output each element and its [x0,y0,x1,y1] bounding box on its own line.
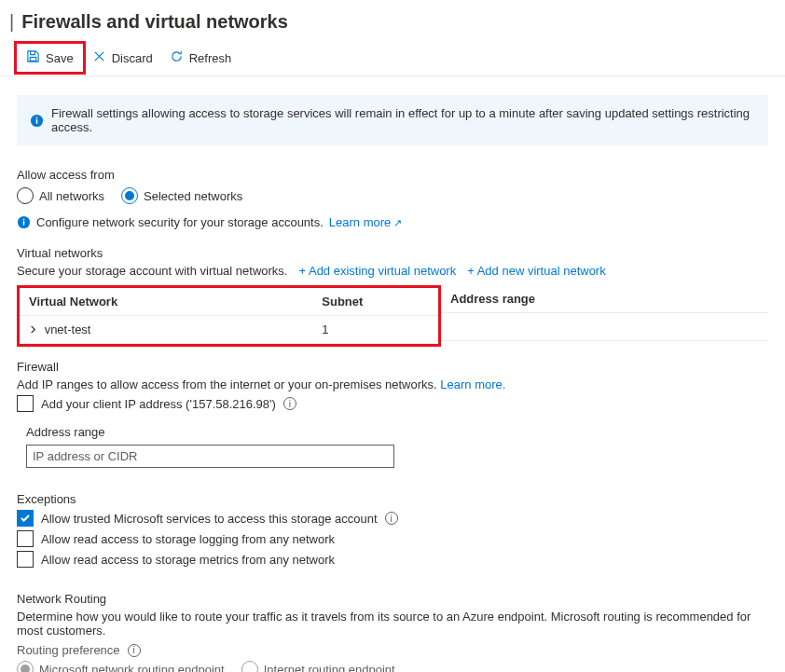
page-header: | Firewalls and virtual networks [0,0,785,40]
close-icon [92,49,106,66]
address-range-label: Address range [17,425,768,439]
learn-more-link[interactable]: Learn more [329,215,403,229]
info-icon [30,114,44,128]
exception-label: Allow read access to storage metrics fro… [41,553,335,567]
radio-selected-label: Selected networks [144,189,242,203]
col-virtual-network: Virtual Network [20,288,312,316]
add-client-ip-label: Add your client IP address ('157.58.216.… [41,397,276,411]
exception-label: Allow read access to storage logging fro… [41,532,335,546]
save-icon [26,49,40,66]
access-radio-group: All networks Selected networks [17,187,768,204]
col-subnet: Subnet [312,288,438,316]
exception-row: Allow trusted Microsoft services to acce… [17,510,768,527]
save-label: Save [46,51,74,65]
access-label: Allow access from [17,168,768,182]
config-security-text: Configure network security for your stor… [36,215,324,229]
add-existing-vnet-link[interactable]: + Add existing virtual network [298,264,456,278]
address-range-input[interactable] [26,445,394,468]
routing-pref-label: Routing preference [17,643,120,657]
discard-label: Discard [112,51,153,65]
firewall-heading: Firewall [17,360,768,374]
radio-icon [241,661,258,672]
table-row[interactable]: vnet-test 1 [20,316,438,344]
vnet-subnet: 1 [312,316,438,344]
svg-rect-5 [23,221,25,226]
firewall-desc: Add IP ranges to allow access from the i… [17,377,437,391]
chevron-right-icon [29,322,37,336]
toolbar: Save Discard Refresh [0,40,785,76]
exception-checkbox-metrics[interactable] [17,551,34,568]
svg-rect-3 [36,117,38,118]
vnet-desc: Secure your storage account with virtual… [17,264,287,278]
col-address-range: Address range [441,285,768,313]
radio-all-networks[interactable]: All networks [17,187,104,204]
exception-row: Allow read access to storage logging fro… [17,530,768,547]
title-separator: | [9,11,14,33]
radio-icon [121,187,138,204]
svg-rect-6 [23,219,25,221]
refresh-icon [170,49,184,66]
add-client-ip-checkbox[interactable] [17,395,34,412]
info-tooltip-icon[interactable]: i [128,644,141,657]
add-new-vnet-link[interactable]: + Add new virtual network [467,264,606,278]
table-row [441,313,768,341]
radio-internet-routing: Internet routing endpoint [241,661,395,672]
radio-selected-networks[interactable]: Selected networks [121,187,242,204]
svg-rect-0 [30,57,36,61]
radio-ms-label: Microsoft network routing endpoint [39,663,225,673]
radio-internet-label: Internet routing endpoint [264,663,395,673]
routing-heading: Network Routing [17,592,768,606]
info-banner: Firewall settings allowing access to sto… [17,95,768,145]
svg-rect-2 [36,119,38,124]
exceptions-heading: Exceptions [17,492,768,506]
discard-button[interactable]: Discard [85,46,160,70]
routing-desc: Determine how you would like to route yo… [17,610,768,638]
save-button[interactable]: Save [19,46,81,70]
exception-checkbox-logging[interactable] [17,530,34,547]
page-title: Firewalls and virtual networks [21,11,288,33]
refresh-button[interactable]: Refresh [162,46,240,70]
radio-ms-routing: Microsoft network routing endpoint [17,661,225,672]
refresh-label: Refresh [189,51,232,65]
info-tooltip-icon[interactable]: i [385,512,398,525]
radio-icon [17,661,34,672]
radio-all-label: All networks [39,189,104,203]
info-icon [17,215,31,229]
exception-row: Allow read access to storage metrics fro… [17,551,768,568]
firewall-learn-more-link[interactable]: Learn more. [440,377,505,391]
vnet-desc-row: Secure your storage account with virtual… [17,264,768,278]
exception-checkbox-trusted[interactable] [17,510,34,527]
info-tooltip-icon[interactable]: i [283,397,296,410]
vnet-name: vnet-test [45,322,91,336]
info-banner-text: Firewall settings allowing access to sto… [51,106,755,134]
radio-icon [17,187,34,204]
exception-label: Allow trusted Microsoft services to acce… [41,512,378,526]
vnet-table: Virtual Network Subnet vnet-test [20,288,438,344]
vnet-heading: Virtual networks [17,246,768,260]
config-security-row: Configure network security for your stor… [17,215,768,229]
